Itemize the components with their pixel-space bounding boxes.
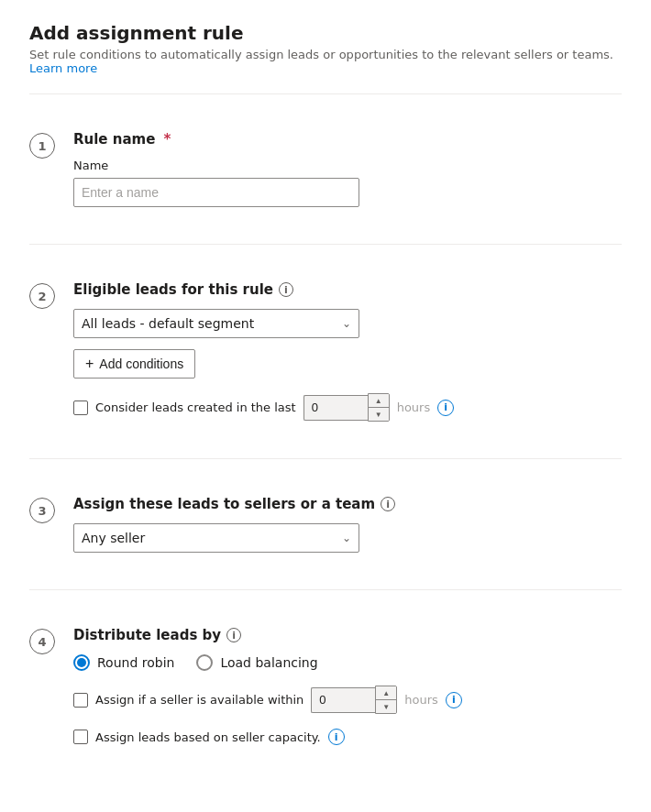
section-assign-leads: 3 Assign these leads to sellers or a tea…: [29, 477, 622, 571]
spinner-down-button[interactable]: ▼: [369, 408, 389, 421]
divider-top: [29, 93, 622, 94]
hours-input[interactable]: 0: [303, 395, 368, 421]
info-icon-section2[interactable]: i: [279, 282, 293, 297]
leads-segment-dropdown[interactable]: All leads - default segment ⌄: [73, 309, 359, 338]
rule-name-input[interactable]: [73, 178, 359, 207]
section-number-2: 2: [29, 283, 55, 309]
divider-2: [29, 458, 622, 459]
section-content-2: Eligible leads for this rule i All leads…: [73, 281, 622, 422]
section-number-3: 3: [29, 498, 55, 523]
seller-available-checkbox[interactable]: [73, 693, 88, 708]
section-number-1: 1: [29, 133, 55, 159]
chevron-down-icon: ⌄: [342, 317, 351, 330]
divider-3: [29, 589, 622, 590]
add-conditions-label: Add conditions: [99, 357, 183, 371]
seller-hours-unit-label: hours: [404, 693, 438, 707]
seller-hours-input[interactable]: 0: [311, 687, 375, 713]
section-content-3: Assign these leads to sellers or a team …: [73, 496, 622, 553]
add-conditions-button[interactable]: + Add conditions: [73, 349, 195, 379]
learn-more-link[interactable]: Learn more: [29, 61, 97, 75]
section-eligible-leads: 2 Eligible leads for this rule i All lea…: [29, 263, 622, 440]
info-icon-seller-hours[interactable]: i: [446, 692, 462, 708]
subtitle-text: Set rule conditions to automatically ass…: [29, 48, 613, 61]
page-title: Add assignment rule: [29, 22, 622, 44]
radio-round-robin[interactable]: [73, 654, 90, 671]
seller-chevron-icon: ⌄: [342, 532, 351, 544]
hours-unit-label: hours: [397, 401, 431, 414]
section-title-3: Assign these leads to sellers or a team …: [73, 496, 622, 512]
leads-capacity-row: Assign leads based on seller capacity. i: [73, 729, 622, 745]
consider-leads-row: Consider leads created in the last 0 ▲ ▼…: [73, 393, 622, 422]
consider-leads-label: Consider leads created in the last: [95, 401, 296, 414]
section-distribute-leads: 4 Distribute leads by i Round robin Load…: [29, 609, 622, 763]
divider-1: [29, 244, 622, 245]
seller-available-row: Assign if a seller is available within 0…: [73, 686, 622, 714]
hours-spinner: 0 ▲ ▼: [303, 393, 390, 422]
section-title-4: Distribute leads by i: [73, 627, 622, 643]
spinner-up-button[interactable]: ▲: [369, 394, 389, 407]
page-subtitle: Set rule conditions to automatically ass…: [29, 48, 622, 75]
leads-capacity-checkbox[interactable]: [73, 730, 88, 744]
leads-capacity-label: Assign leads based on seller capacity.: [95, 730, 321, 744]
seller-hours-spinner: 0 ▲ ▼: [311, 686, 397, 714]
radio-item-round-robin[interactable]: Round robin: [73, 654, 174, 671]
seller-spinner-buttons: ▲ ▼: [375, 686, 397, 714]
section-number-4: 4: [29, 629, 55, 654]
seller-available-label: Assign if a seller is available within: [95, 693, 303, 707]
section-content-1: Rule name * Name: [73, 131, 622, 207]
page-container: Add assignment rule Set rule conditions …: [0, 0, 651, 785]
radio-load-balancing-label: Load balancing: [220, 655, 317, 670]
info-icon-capacity[interactable]: i: [328, 729, 345, 745]
radio-load-balancing[interactable]: [196, 654, 213, 671]
leads-segment-value: All leads - default segment: [82, 316, 254, 331]
radio-item-load-balancing[interactable]: Load balancing: [196, 654, 317, 671]
required-asterisk: *: [163, 131, 171, 148]
distribution-radio-group: Round robin Load balancing: [73, 654, 622, 671]
section-content-4: Distribute leads by i Round robin Load b…: [73, 627, 622, 745]
section-title-2: Eligible leads for this rule i: [73, 281, 622, 298]
plus-icon: +: [85, 357, 94, 371]
spinner-buttons: ▲ ▼: [368, 393, 390, 422]
seller-dropdown[interactable]: Any seller ⌄: [73, 523, 359, 553]
radio-round-robin-label: Round robin: [97, 655, 174, 670]
section-rule-name: 1 Rule name * Name: [29, 113, 622, 225]
consider-leads-checkbox[interactable]: [73, 401, 88, 415]
section-title-1: Rule name *: [73, 131, 622, 148]
info-icon-section4[interactable]: i: [226, 628, 241, 642]
info-icon-section3[interactable]: i: [381, 497, 395, 511]
name-field-label: Name: [73, 159, 622, 172]
seller-spinner-down-button[interactable]: ▼: [376, 700, 396, 713]
info-icon-hours[interactable]: i: [437, 400, 454, 416]
seller-dropdown-value: Any seller: [82, 531, 145, 545]
seller-spinner-up-button[interactable]: ▲: [376, 686, 396, 699]
